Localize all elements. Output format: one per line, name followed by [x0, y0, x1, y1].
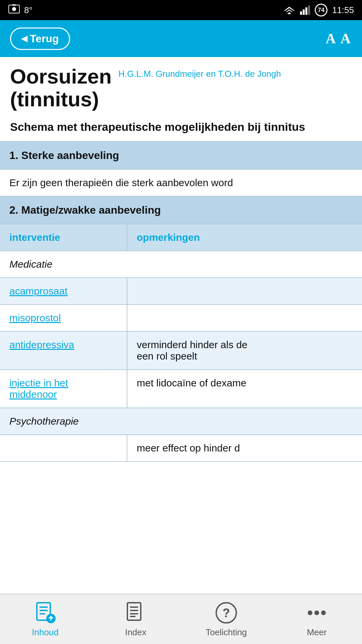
link-partial[interactable] — [0, 435, 127, 461]
top-nav: Terug A A — [0, 20, 362, 57]
svg-text:?: ? — [223, 606, 230, 620]
svg-rect-15 — [127, 603, 141, 620]
nav-item-index[interactable]: Index — [90, 601, 181, 638]
meer-icon — [305, 601, 328, 625]
table-row: acamprosaat — [0, 278, 362, 305]
time: 11:55 — [332, 5, 354, 15]
svg-marker-5 — [287, 12, 291, 14]
font-size-button[interactable]: A A — [325, 31, 352, 47]
svg-rect-2 — [12, 4, 16, 6]
nav-label-inhoud: Inhoud — [32, 627, 59, 638]
svg-rect-6 — [300, 11, 302, 15]
table-row: Medicatie — [0, 251, 362, 278]
opmerkingen-antidepressiva: verminderd hinder als de een rol speelt — [127, 332, 362, 369]
signal-icon — [300, 5, 310, 15]
index-icon — [124, 601, 147, 625]
nav-item-toelichting[interactable]: ? Toelichting — [181, 601, 272, 638]
svg-point-23 — [314, 610, 319, 615]
svg-point-22 — [308, 610, 312, 615]
main-table: 1. Sterke aanbeveling Er zijn geen thera… — [0, 141, 362, 462]
link-acamprosaat[interactable]: acamprosaat — [0, 278, 127, 304]
back-button[interactable]: Terug — [10, 28, 70, 50]
opmerkingen-acamprosaat — [127, 278, 362, 304]
link-injectie[interactable]: injectie in het middenoor — [0, 370, 127, 408]
nav-item-inhoud[interactable]: Inhoud — [0, 601, 90, 638]
wifi-icon — [283, 5, 295, 15]
battery-circle: 74 — [315, 4, 327, 16]
page-header: Oorsuizen (tinnitus) H.G.L.M. Grundmeije… — [0, 57, 362, 114]
main-content: Oorsuizen (tinnitus) H.G.L.M. Grundmeije… — [0, 57, 362, 594]
inhoud-icon — [34, 601, 57, 625]
svg-point-1 — [12, 7, 16, 11]
bottom-nav: Inhoud Index ? Toelichting Meer — [0, 594, 362, 644]
link-misoprostol[interactable]: misoprostol — [0, 305, 127, 331]
table-row: injectie in het middenoor met lidocaïne … — [0, 370, 362, 408]
section1-content: Er zijn geen therapieën die sterk aanbev… — [0, 170, 362, 196]
nav-label-meer: Meer — [307, 627, 326, 638]
section1-header: 1. Sterke aanbeveling — [0, 142, 362, 169]
section-title: Schema met therapeutische mogelijkheden … — [0, 114, 362, 141]
table-row: misoprostol — [0, 305, 362, 332]
opmerkingen-injectie: met lidocaïne of dexame — [127, 370, 362, 408]
temperature: 8° — [24, 5, 33, 15]
svg-rect-7 — [303, 9, 305, 15]
page-authors: H.G.L.M. Grundmeijer en T.O.H. de Jongh — [118, 65, 352, 80]
table-row: 1. Sterke aanbeveling — [0, 142, 362, 170]
status-bar: 8° 74 11:55 — [0, 0, 362, 20]
svg-rect-8 — [305, 7, 307, 15]
svg-rect-9 — [308, 5, 310, 15]
svg-marker-4 — [286, 9, 293, 12]
table-row: Er zijn geen therapieën die sterk aanbev… — [0, 170, 362, 197]
link-antidepressiva[interactable]: antidepressiva — [0, 332, 127, 369]
opmerkingen-partial: meer effect op hinder d — [127, 435, 362, 461]
table-row: 2. Matige/zwakke aanbeveling — [0, 197, 362, 224]
section2-header: 2. Matige/zwakke aanbeveling — [0, 197, 362, 224]
nav-label-index: Index — [125, 627, 146, 638]
col-header-interventie[interactable]: interventie — [0, 224, 127, 251]
photo-icon — [8, 3, 20, 17]
table-row: meer effect op hinder d — [0, 435, 362, 462]
svg-point-24 — [321, 610, 326, 615]
table-row: antidepressiva verminderd hinder als de … — [0, 332, 362, 370]
status-right: 74 11:55 — [283, 4, 354, 16]
category-medicatie: Medicatie — [0, 251, 362, 277]
nav-label-toelichting: Toelichting — [206, 627, 247, 638]
table-row: Psychotherapie — [0, 408, 362, 435]
col-header-opmerkingen[interactable]: opmerkingen — [127, 224, 362, 251]
category-psychotherapie: Psychotherapie — [0, 408, 362, 434]
toelichting-icon: ? — [215, 601, 238, 625]
status-left: 8° — [8, 3, 33, 17]
opmerkingen-misoprostol — [127, 305, 362, 331]
page-title: Oorsuizen (tinnitus) — [10, 65, 112, 111]
nav-item-meer[interactable]: Meer — [272, 601, 362, 638]
table-row: interventie opmerkingen — [0, 224, 362, 251]
